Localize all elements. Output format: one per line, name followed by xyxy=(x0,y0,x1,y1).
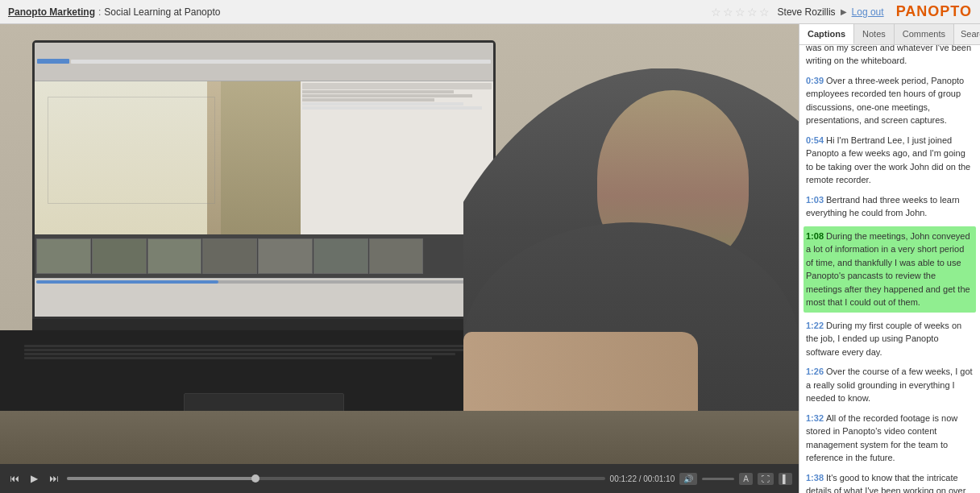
app-sidebar-line3 xyxy=(302,98,434,102)
fullscreen-button[interactable]: ⛶ xyxy=(758,473,774,485)
thumbnail-4 xyxy=(202,238,257,275)
video-title: Social Learning at Panopto xyxy=(104,6,220,18)
thumbnail-2 xyxy=(92,238,147,275)
transcript-timestamp[interactable]: 0:54 xyxy=(806,135,824,145)
transcript-entry: 1:32All of the recorded footage is now s… xyxy=(806,412,974,465)
logo-text-1: PAN xyxy=(896,3,928,19)
app-sidebar-line5 xyxy=(302,106,482,110)
skip-fwd-button[interactable]: ⏭ xyxy=(46,471,62,486)
transcript-text: Over the course of a few weeks, I got a … xyxy=(806,367,973,403)
keyboard-row4 xyxy=(24,357,432,359)
panopto-logo: PANOPTO xyxy=(896,3,972,20)
transcript-text: It's good to know that the intricate det… xyxy=(806,473,970,494)
star-4[interactable]: ☆ xyxy=(747,6,758,19)
progress-bar[interactable] xyxy=(67,477,605,480)
tab-notes[interactable]: Notes xyxy=(854,24,895,44)
app-progress-bar xyxy=(36,280,492,284)
channel-link[interactable]: Panopto Marketing xyxy=(8,6,95,18)
app-url-bar xyxy=(71,60,491,64)
person-in-video xyxy=(207,81,300,234)
keyboard-row2 xyxy=(24,349,480,351)
whiteboard-lines xyxy=(48,97,215,204)
star-5[interactable]: ☆ xyxy=(759,6,770,19)
font-button[interactable]: A xyxy=(739,473,753,485)
transcript-timestamp[interactable]: 1:26 xyxy=(806,367,824,376)
transcript-text: During my first couple of weeks on the j… xyxy=(806,321,961,357)
webcam-lens xyxy=(243,40,248,41)
app-thumbnails xyxy=(35,234,493,278)
transcript-entry: 1:03Bertrand had three weeks to learn ev… xyxy=(806,193,974,220)
keyboard-row1 xyxy=(24,345,504,347)
app-progress-fill xyxy=(36,280,218,284)
transcript-text: All of the recorded footage is now store… xyxy=(806,413,957,463)
star-1[interactable]: ☆ xyxy=(711,6,721,19)
transcript-text: During the meetings, John conveyed a lot… xyxy=(806,231,970,308)
volume-button[interactable]: 🔊 xyxy=(679,473,697,485)
username: Steve Rozillis xyxy=(778,6,836,18)
app-content xyxy=(35,81,493,234)
app-timeline xyxy=(35,278,493,317)
thumbnail-6 xyxy=(314,238,368,275)
transcript-tabs: Captions Notes Comments Search ▶ xyxy=(799,24,980,45)
play-button[interactable]: ▶ xyxy=(27,471,41,486)
transcript-timestamp[interactable]: 1:38 xyxy=(806,473,824,483)
transcript-panel: Captions Notes Comments Search ▶ 0:03Hi … xyxy=(799,24,980,493)
transcript-timestamp[interactable]: 1:03 xyxy=(806,195,824,205)
transcript-entry: 1:08During the meetings, John conveyed a… xyxy=(804,226,976,313)
transcript-timestamp[interactable]: 1:08 xyxy=(806,231,824,241)
star-rating[interactable]: ☆ ☆ ☆ ☆ ☆ xyxy=(711,6,770,19)
app-logo-bar xyxy=(37,59,69,64)
topbar: Panopto Marketing : Social Learning at P… xyxy=(0,0,980,24)
trackpad xyxy=(184,393,343,412)
app-sidebar-line4 xyxy=(302,102,463,106)
logo-text-2: OPTO xyxy=(928,3,972,19)
skip-back-button[interactable]: ⏮ xyxy=(6,471,23,486)
transcript-text: Hi I'm Bertrand Lee, I just joined Panop… xyxy=(806,135,970,185)
transcript-timestamp[interactable]: 1:22 xyxy=(806,321,824,330)
logout-link[interactable]: Log out xyxy=(852,6,884,18)
transcript-text: In those meetings we've been using the P… xyxy=(806,45,971,65)
app-top-bar xyxy=(35,43,493,81)
webcam xyxy=(236,40,255,43)
video-container[interactable] xyxy=(0,24,799,464)
thumbnail-3 xyxy=(147,238,202,275)
transcript-content: 0:03Hi I'm John Ketchpaw and this Friday… xyxy=(799,45,980,493)
title-separator: : xyxy=(98,6,101,18)
transcript-entry: 0:30In those meetings we've been using t… xyxy=(806,45,974,68)
laptop-hinge xyxy=(32,319,496,330)
transcript-text: Bertrand had three weeks to learn everyt… xyxy=(806,195,960,218)
transcript-entry: 1:26Over the course of a few weeks, I go… xyxy=(806,365,974,405)
progress-handle[interactable] xyxy=(251,474,260,483)
video-area: ⏮ ▶ ⏭ 00:1:22 / 00:01:10 🔊 A ⛶ ▌ xyxy=(0,24,799,493)
transcript-timestamp[interactable]: 1:32 xyxy=(806,413,824,423)
volume-bar[interactable] xyxy=(702,478,734,480)
tab-comments[interactable]: Comments xyxy=(895,24,954,44)
bars-button[interactable]: ▌ xyxy=(779,473,792,485)
transcript-entry: 1:22During my first couple of weeks on t… xyxy=(806,319,974,359)
person-viewing xyxy=(463,24,799,464)
star-3[interactable]: ☆ xyxy=(735,6,745,19)
tab-captions[interactable]: Captions xyxy=(799,24,854,44)
video-frame xyxy=(0,24,799,464)
title-area: Panopto Marketing : Social Learning at P… xyxy=(8,6,711,18)
thumbnail-7 xyxy=(369,238,424,275)
laptop xyxy=(32,40,496,427)
keyboard-row3 xyxy=(24,353,455,355)
user-area: Steve Rozillis ▶ Log out xyxy=(778,6,884,18)
tab-search[interactable]: Search xyxy=(954,24,980,44)
main-layout: ⏮ ▶ ⏭ 00:1:22 / 00:01:10 🔊 A ⛶ ▌ Caption… xyxy=(0,24,980,493)
app-video xyxy=(35,81,301,234)
app-sidebar-line2 xyxy=(302,94,472,97)
laptop-screen-bezel xyxy=(32,40,496,319)
user-arrow-icon: ▶ xyxy=(841,7,847,16)
transcript-entry: 0:54Hi I'm Bertrand Lee, I just joined P… xyxy=(806,134,974,187)
app-sidebar-line1 xyxy=(302,90,454,93)
thumbnail-5 xyxy=(258,238,313,275)
transcript-entry: 1:38It's good to know that the intricate… xyxy=(806,471,974,494)
control-bar: ⏮ ▶ ⏭ 00:1:22 / 00:01:10 🔊 A ⛶ ▌ xyxy=(0,464,799,493)
star-2[interactable]: ☆ xyxy=(723,6,733,19)
time-display: 00:1:22 / 00:01:10 xyxy=(610,474,675,483)
table-foreground xyxy=(0,411,799,464)
transcript-entry: 0:39Over a three-week period, Panopto em… xyxy=(806,74,974,127)
transcript-timestamp[interactable]: 0:39 xyxy=(806,76,824,85)
